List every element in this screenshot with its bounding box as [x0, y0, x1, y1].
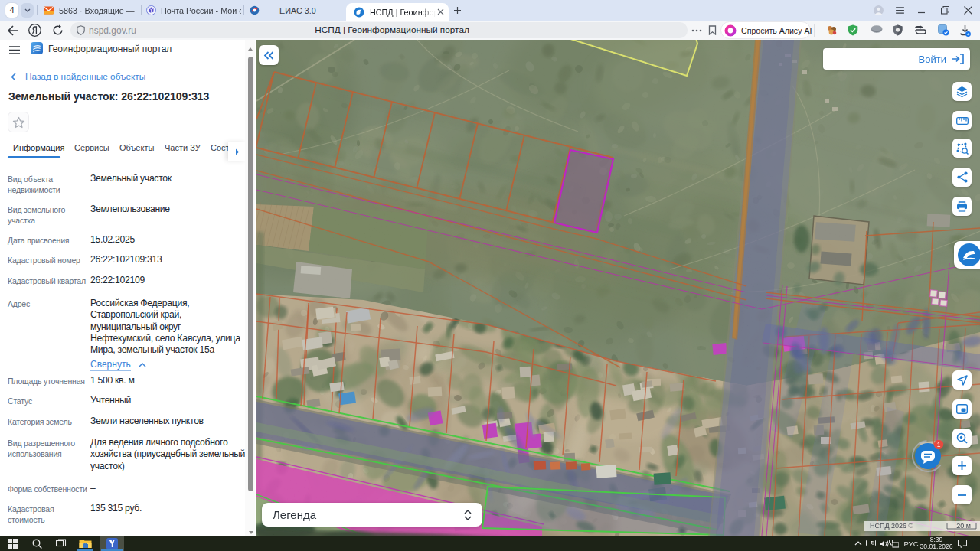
svg-text:1: 1: [937, 441, 941, 448]
svg-text:4: 4: [966, 31, 969, 36]
